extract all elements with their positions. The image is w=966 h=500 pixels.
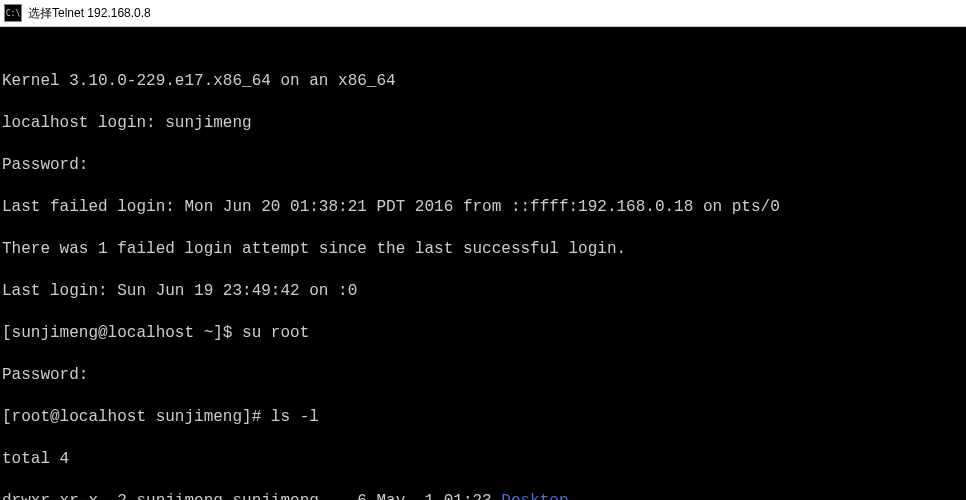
terminal-line: Password: [2, 365, 964, 386]
directory-name: Desktop [501, 492, 568, 500]
terminal-line: localhost login: sunjimeng [2, 113, 964, 134]
shell-command: su root [242, 324, 309, 342]
shell-prompt: [root@localhost sunjimeng]# [2, 408, 271, 426]
terminal-icon: C:\ [4, 4, 22, 22]
shell-command: ls -l [271, 408, 319, 426]
terminal-line: [root@localhost sunjimeng]# ls -l [2, 407, 964, 428]
terminal-line: Last login: Sun Jun 19 23:49:42 on :0 [2, 281, 964, 302]
terminal-line: total 4 [2, 449, 964, 470]
terminal-line: [sunjimeng@localhost ~]$ su root [2, 323, 964, 344]
shell-prompt: [sunjimeng@localhost ~]$ [2, 324, 242, 342]
terminal-area[interactable]: Kernel 3.10.0-229.e17.x86_64 on an x86_6… [0, 27, 966, 500]
file-meta: drwxr-xr-x. 2 sunjimeng sunjimeng 6 May … [2, 492, 501, 500]
terminal-line: There was 1 failed login attempt since t… [2, 239, 964, 260]
terminal-line: Kernel 3.10.0-229.e17.x86_64 on an x86_6… [2, 71, 964, 92]
terminal-line: Last failed login: Mon Jun 20 01:38:21 P… [2, 197, 964, 218]
terminal-line: Password: [2, 155, 964, 176]
ls-row: drwxr-xr-x. 2 sunjimeng sunjimeng 6 May … [2, 491, 964, 500]
window-titlebar: C:\ 选择Telnet 192.168.0.8 [0, 0, 966, 27]
window-title: 选择Telnet 192.168.0.8 [28, 5, 151, 22]
